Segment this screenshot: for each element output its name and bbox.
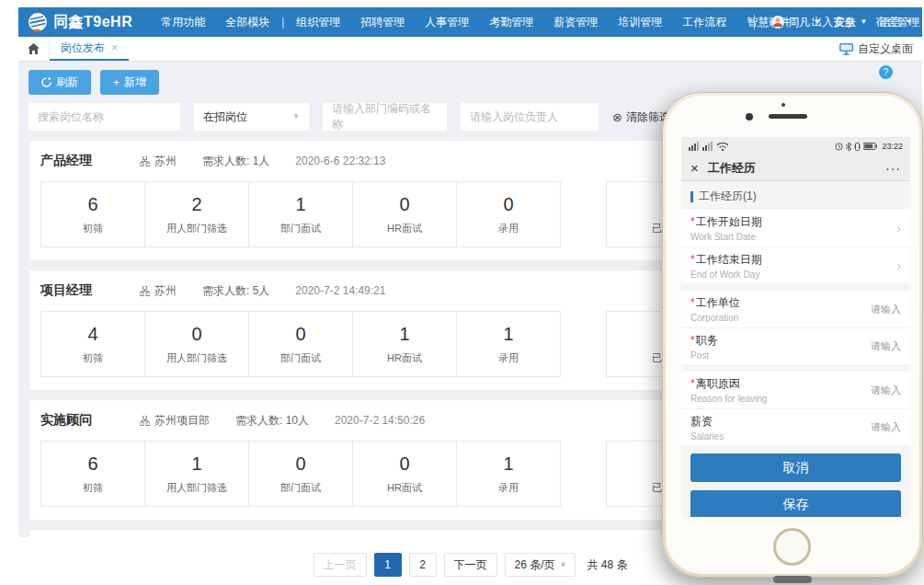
stat-box[interactable]: 1录用 [456,441,561,507]
user-menu[interactable]: 周凡 ▼ [771,15,821,30]
job-publish-time: 2020-6-6 22:32:13 [295,155,385,167]
stat-box[interactable]: 1HR面试 [352,311,457,377]
help-button[interactable]: ? [879,65,893,79]
customize-desktop-button[interactable]: 自定义桌面 [839,37,922,61]
language-menu[interactable]: 语言 ▼ [880,15,913,30]
required-asterisk: * [690,253,695,266]
org-icon [140,156,150,166]
field-label-text: 工作单位 [696,296,740,309]
job-title[interactable]: 实施顾问 [40,412,140,429]
field-sublabel: Reason for leaving [690,394,767,404]
search-input[interactable]: 搜索岗位名称 [29,103,180,131]
cancel-button[interactable]: 取消 [690,453,901,482]
refresh-button[interactable]: 刷新 [29,70,91,95]
stat-value: 1 [503,324,513,345]
section-header: 工作经历(1) [681,181,910,210]
page-buttons: 12 [374,553,437,577]
stat-box[interactable]: 0HR面试 [352,441,457,507]
more-icon[interactable]: ··· [885,161,901,176]
field-placeholder: 请输入 [871,339,901,353]
field-label: *离职原因 [690,376,767,392]
stat-box[interactable]: 1部门面试 [248,181,353,247]
dept-input[interactable]: 请输入部门编码或名称 [323,103,447,131]
stat-value: 0 [503,194,513,215]
save-button[interactable]: 保存 [690,490,901,517]
stat-box[interactable]: 0用人部门筛选 [144,311,249,377]
sim2-signal-icon [702,142,713,151]
field-sublabel: Work Start Date [690,232,762,242]
home-button[interactable] [773,528,811,566]
job-need-count: 需求人数: 1人 [202,154,269,169]
clear-icon: ⊗ [612,110,622,124]
tab-home[interactable] [18,37,50,61]
form-row[interactable]: *工作单位Corporation请输入 [681,291,910,327]
nav-item[interactable]: 常用功能 [151,15,215,30]
clear-filter-button[interactable]: ⊗ 清除筛选 [612,109,670,125]
prev-page-button[interactable]: 上一页 [314,553,367,577]
section-accent-bar [690,191,693,202]
close-icon[interactable]: × [690,160,699,176]
stat-box[interactable]: 0HR面试 [352,181,457,247]
logo-icon [28,12,48,32]
field-label-text: 职务 [696,334,718,347]
stat-label: 初筛 [83,222,103,235]
page-button[interactable]: 1 [374,553,402,577]
nav-item[interactable]: 考勤管理 [479,15,543,30]
form-row[interactable]: *工作开始日期Work Start Date› [681,210,910,247]
form-row[interactable]: *离职原因Reason for leaving请输入 [681,372,910,408]
form-row[interactable]: *工作结束日期End of Work Day› [681,247,910,283]
nav-item[interactable]: 工作流程 [672,15,736,30]
job-title[interactable]: 项目经理 [40,282,140,299]
stat-box[interactable]: 1录用 [456,311,561,377]
job-dept-label: 苏州项目部 [154,413,210,429]
nav-item[interactable]: 招聘管理 [350,15,415,30]
stat-box[interactable]: 0录用 [456,181,561,247]
next-page-button[interactable]: 下一页 [444,553,497,577]
stat-label: 录用 [498,222,519,235]
skin-label: 皮肤 [834,15,856,30]
page-button[interactable]: 2 [409,553,437,577]
stat-box[interactable]: 1用人部门筛选 [144,441,249,507]
nav-item[interactable]: 全部模块 [215,15,279,30]
stat-box[interactable]: 0部门面试 [248,441,353,507]
job-need-count: 需求人数: 10人 [235,413,309,429]
required-asterisk: * [690,377,695,390]
field-label: *工作结束日期 [690,252,762,268]
field-label-text: 薪资 [690,415,713,428]
chevron-down-icon: ∨ [561,561,566,568]
form-row[interactable]: 薪资Salaries请输入 [681,408,910,445]
stat-value: 0 [295,324,305,345]
stat-label: HR面试 [387,481,422,495]
nav-item[interactable]: 人事管理 [415,15,479,30]
nav-item[interactable]: 培训管理 [608,15,672,30]
add-button[interactable]: + 新增 [100,70,159,95]
stat-value: 6 [87,453,97,475]
field-label-block: *职务Post [690,333,718,361]
job-status-select[interactable]: 在招岗位 ▼ [194,103,309,131]
stat-value: 1 [399,324,409,345]
logo-text: 同鑫T9eHR [53,13,132,32]
page-size-select[interactable]: 26 条/页 ∨ [505,553,576,577]
stat-box[interactable]: 6初筛 [40,181,145,247]
stat-box[interactable]: 2用人部门筛选 [144,181,249,247]
field-placeholder: 请输入 [871,420,901,434]
nav-item[interactable]: 组织管理 [286,15,350,30]
stat-label: HR面试 [387,222,422,235]
close-icon[interactable]: × [111,41,118,54]
stat-box[interactable]: 6初筛 [40,441,145,507]
phone-screen: 23:22 × 工作经历 ··· 工作经历(1) *工作开始日期Work Sta… [681,137,910,517]
skin-menu[interactable]: 皮肤 ▼ [834,15,867,30]
tab-job-publish[interactable]: 岗位发布 × [50,37,129,61]
job-title[interactable]: 产品经理 [40,153,140,169]
form-row[interactable]: *职务Post请输入 [681,327,910,364]
nav-item[interactable]: 薪资管理 [543,15,608,30]
stat-box[interactable]: 4初筛 [40,311,145,377]
stat-label: 部门面试 [280,351,321,365]
stat-value: 0 [399,453,409,475]
stat-value: 0 [399,194,409,215]
alarm-icon [835,143,843,151]
stat-box[interactable]: 0部门面试 [248,311,353,377]
user-name: 周凡 [788,15,810,30]
plus-icon: + [113,76,120,89]
owner-input[interactable]: 请输入岗位负责人 [461,103,599,131]
